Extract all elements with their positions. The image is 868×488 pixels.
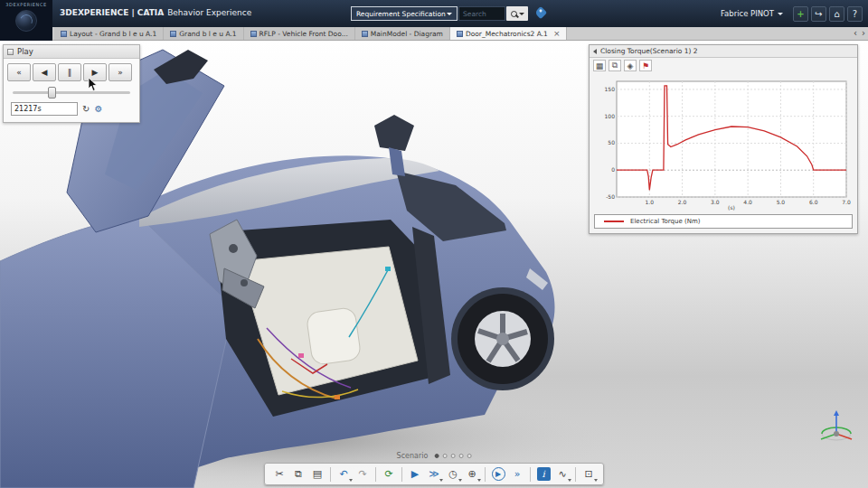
svg-text:2.0: 2.0 [678,199,687,205]
simulate-icon: ≫ [429,469,439,479]
tab-scroll-arrows: ‹ › [854,28,865,38]
simulate-button[interactable]: ≫ [425,465,443,483]
layout-grid-icon[interactable]: ▦ [593,60,606,71]
tab-grand-b-l-e-u-a-1[interactable]: Grand b l e u A.1 [164,27,243,40]
loop-button[interactable]: ↻ [82,104,90,114]
svg-text:50: 50 [608,139,615,145]
document-icon [250,31,257,37]
tab-strip: Layout - Grand b l e u A.1Grand b l e u … [54,27,567,40]
play-scenario-button[interactable]: ▶ [406,465,424,483]
time-row: 21217s ↻ ⚙ [4,100,139,122]
copy-button[interactable]: ⧉ [289,465,307,483]
app-title-name: Behavior Experience [167,8,251,17]
toolbar-separator [401,467,402,482]
scenario-page-dot-5[interactable] [467,454,471,458]
search-scope-label: Requirement Specification [356,10,446,18]
undo-icon: ↶ [339,469,347,479]
chevron-down-icon [439,479,443,482]
app-title-brand: 3DEXPERIENCE | CATIA [60,8,164,17]
search-input[interactable] [458,6,505,21]
go-to-start-button[interactable]: « [7,63,31,81]
svg-text:1.0: 1.0 [646,199,655,205]
redo-icon: ↷ [358,469,366,479]
tab-door-mechatronics2-a-1[interactable]: Door_Mechatronics2 A.1× [450,27,568,40]
toolbar-separator [375,467,376,482]
svg-text:7.0: 7.0 [842,199,851,205]
tab-layout-grand-b-l-e-u-a-1[interactable]: Layout - Grand b l e u A.1 [54,27,164,40]
step-backward-button[interactable]: ◀ [33,63,56,81]
toolbar-separator [485,467,486,482]
svg-text:4.0: 4.0 [743,199,752,205]
panel-icon [7,49,14,55]
chart-panel-header[interactable]: Closing Torque(Scenario 1) 2 [590,45,857,58]
3ds-compass-icon [15,10,37,32]
next-step-button[interactable]: » [508,465,526,483]
probe-values-icon[interactable]: ◈ [624,60,637,71]
chevron-down-icon [349,479,353,482]
redo-button[interactable]: ↷ [354,465,372,483]
timer-icon: ◷ [448,469,458,479]
time-field[interactable]: 21217s [11,102,78,116]
application-window: 3DEXPERIENCE | CATIABehavior Experience … [0,0,868,488]
tab-rflp-vehicle-front-doo[interactable]: RFLP - Vehicle Front Doo... [244,27,355,40]
search-button[interactable] [506,6,528,21]
chart-panel: Closing Torque(Scenario 1) 2 ▦⧉◈⚑ 1.02.0… [589,44,858,234]
legend-label: Electrical Torque (Nm) [630,218,700,225]
record-flag-icon[interactable]: ⚑ [639,60,652,71]
chevron-down-icon [778,13,783,15]
timeline-slider[interactable] [13,91,130,94]
probe-button[interactable]: ⊕ [463,465,481,483]
scenario-dots [434,454,471,458]
play-panel-title: Play [17,47,33,56]
help-button[interactable]: ? [847,6,863,22]
tile-windows-icon[interactable]: ⧉ [609,60,621,71]
tab-mainmodel-diagram[interactable]: MainModel - Diagram [355,27,450,40]
play-buttons: «◀‖▶» [4,59,139,83]
toolbar-separator [575,467,576,482]
tab-scroll-left-icon[interactable]: ‹ [854,28,857,38]
document-icon [61,31,67,37]
chevron-down-icon [458,479,462,482]
play-scenario-icon: ▶ [411,469,419,479]
scenario-page-dot-4[interactable] [458,454,463,458]
chevron-down-icon [568,479,571,482]
scenario-page-dot-1[interactable] [434,454,439,458]
info-icon: i [537,467,551,481]
timer-button[interactable]: ◷ [444,465,462,483]
document-icon [362,31,368,37]
slider-handle[interactable] [48,87,56,99]
svg-text:100: 100 [605,113,616,119]
update-button[interactable]: ⟳ [380,465,398,483]
document-icon [170,31,176,37]
play-animation-button[interactable]: ▶ [489,465,507,483]
search-scope-dropdown[interactable]: Requirement Specification [351,6,458,21]
scenario-pager: Scenario [397,452,472,460]
share-button[interactable]: ↪ [811,6,826,22]
close-icon[interactable]: × [553,29,561,38]
3ds-logo[interactable]: 3DEXPERIENCE [0,0,52,41]
info-button[interactable]: i [534,465,552,483]
export-view-button[interactable]: ⊡ [580,465,598,483]
view-compass[interactable] [816,407,857,448]
search-icon [511,11,517,17]
paste-button[interactable]: ▤ [308,465,326,483]
add-content-button[interactable]: + [793,6,808,22]
chevron-left-icon[interactable] [593,49,597,54]
go-to-end-button[interactable]: » [108,63,132,81]
tab-scroll-right-icon[interactable]: › [862,28,865,38]
settings-gear-icon[interactable]: ⚙ [94,104,102,114]
pause-button[interactable]: ‖ [58,63,81,81]
app-title: 3DEXPERIENCE | CATIABehavior Experience [60,8,251,17]
tag-icon[interactable] [534,6,547,19]
scenario-page-dot-3[interactable] [450,454,455,458]
user-menu[interactable]: Fabrice PINOT [721,9,783,18]
toolbar-separator [330,467,331,482]
top-bar: 3DEXPERIENCE | CATIABehavior Experience … [0,0,868,27]
plot-button[interactable]: ∿ [553,465,571,483]
chevron-down-icon [477,479,481,482]
cut-button[interactable]: ✂ [270,465,288,483]
undo-button[interactable]: ↶ [335,465,353,483]
scenario-page-dot-2[interactable] [442,454,447,458]
home-button[interactable]: ⌂ [829,6,844,22]
play-panel-header[interactable]: Play [4,45,139,59]
